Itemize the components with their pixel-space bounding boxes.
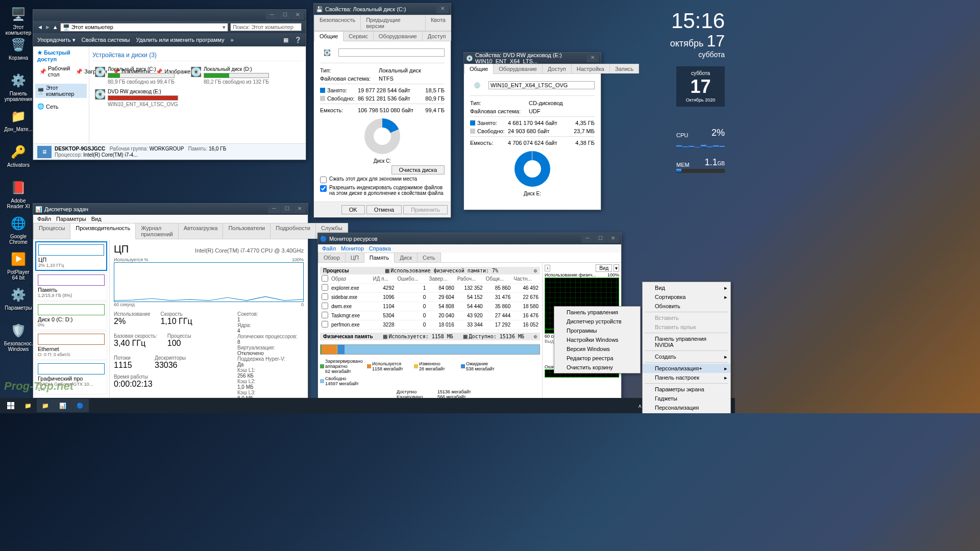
titlebar[interactable]: 💾Свойства: Локальный диск (C:)✕ xyxy=(314,4,451,15)
back-button[interactable]: ◄ xyxy=(37,24,43,30)
disk-name-input[interactable] xyxy=(338,48,445,57)
col-header[interactable]: Частн... xyxy=(512,274,540,284)
tab[interactable]: Обзор xyxy=(318,253,346,262)
start-button[interactable] xyxy=(2,399,19,412)
tab[interactable]: Общие xyxy=(464,64,494,74)
taskbar-resmon[interactable]: 🔵 xyxy=(71,399,89,412)
context-item[interactable]: Обновить xyxy=(643,302,730,311)
context-item[interactable]: Вид xyxy=(643,283,730,292)
col-header[interactable]: Общи... xyxy=(484,274,512,284)
close-button[interactable]: ✕ xyxy=(586,54,599,62)
menu-item[interactable]: Файл xyxy=(322,245,336,252)
context-item[interactable]: Программы xyxy=(554,326,640,335)
tab[interactable]: Автозагрузка xyxy=(178,223,224,239)
max-button[interactable]: ☐ xyxy=(594,235,606,243)
index-checkbox[interactable] xyxy=(320,185,327,192)
context-item[interactable]: Параметры экрана xyxy=(643,385,730,394)
disk-cleanup-button[interactable]: Очистка диска xyxy=(391,165,445,174)
tray-up-icon[interactable]: ⋏ xyxy=(638,403,642,409)
process-row[interactable]: Taskmgr.exe5304020 04043 92027 44416 476 xyxy=(320,311,540,320)
fwd-button[interactable]: ► xyxy=(45,24,51,30)
compress-checkbox[interactable] xyxy=(320,177,327,183)
toolbar-item[interactable]: Свойства системы xyxy=(82,37,130,43)
col-header[interactable]: Образ xyxy=(330,274,372,284)
menu-item[interactable]: Файл xyxy=(37,216,51,222)
sidebar-this-pc[interactable]: 🖥️Этот компьютер xyxy=(35,84,87,98)
tab[interactable]: Производительность xyxy=(70,223,136,239)
tab[interactable]: Журнал приложений xyxy=(135,223,179,239)
context-item[interactable]: Сортировка xyxy=(643,292,730,302)
processes-section[interactable]: Процессы▦ Использование физической памят… xyxy=(320,267,540,274)
max-button[interactable]: ☐ xyxy=(279,11,291,19)
apply-button[interactable]: Применить xyxy=(403,205,448,214)
taskbar-explorer-active[interactable]: 📁 xyxy=(37,399,54,412)
process-row[interactable]: perfmon.exe3228018 01633 34417 29216 052 xyxy=(320,320,540,330)
select-all[interactable] xyxy=(322,275,328,282)
tab[interactable]: Память xyxy=(364,253,395,263)
tab[interactable]: Процессы xyxy=(33,223,70,239)
desktop-icon[interactable]: 🗑️Корзина xyxy=(4,36,33,61)
close-button[interactable]: ✕ xyxy=(293,205,306,213)
context-item[interactable]: Версия Windows xyxy=(554,344,640,354)
tab[interactable]: Доступ xyxy=(422,31,452,41)
desktop-icon[interactable]: 🛡️Безопаснос... Windows xyxy=(4,321,33,352)
max-button[interactable]: ☐ xyxy=(281,205,293,213)
drive-item[interactable]: 💽Локальный диск (D:)80,2 ГБ свободно из … xyxy=(190,66,282,85)
col-header[interactable]: Ошибо... xyxy=(396,274,428,284)
context-item[interactable]: Персонализация+ xyxy=(643,364,730,373)
context-item[interactable]: Очистить корзину xyxy=(554,363,640,372)
context-item[interactable]: Настройки Windows xyxy=(554,335,640,344)
desktop-icon[interactable]: ⚙️Панель управления xyxy=(4,71,33,102)
toolbar-item[interactable]: Упорядочить ▾ xyxy=(37,37,76,43)
tab[interactable]: Безопасность xyxy=(314,15,361,31)
tab[interactable]: ЦП xyxy=(345,253,364,262)
menu-item[interactable]: Монитор xyxy=(341,245,364,252)
tab[interactable]: Оборудование xyxy=(373,31,423,41)
perf-card[interactable]: Диск 0 (C: D:)0% xyxy=(35,302,107,330)
menu-item[interactable]: Параметры xyxy=(56,216,86,222)
desktop-icon[interactable]: 🔑Activators xyxy=(4,143,33,168)
desktop-icon[interactable]: 🌐Google Chrome xyxy=(4,214,33,245)
close-button[interactable]: ✕ xyxy=(291,11,304,19)
taskbar-explorer[interactable]: 📁 xyxy=(19,399,37,412)
menu-item[interactable]: Справка xyxy=(369,245,391,252)
titlebar[interactable]: 🔵Монитор ресурсов─☐✕ xyxy=(318,233,621,244)
context-item[interactable]: Гаджеты xyxy=(643,394,730,403)
titlebar[interactable]: ─☐✕ xyxy=(33,10,306,21)
help-icon[interactable]: ❔ xyxy=(295,37,302,43)
context-item[interactable]: Создать xyxy=(643,352,730,361)
context-item[interactable]: Панель настроек xyxy=(643,373,730,382)
expand-icon[interactable]: › xyxy=(545,265,550,271)
drive-item[interactable]: 💽DVD RW дисковод (E:)WIN10_ENT_X64_LTSC_… xyxy=(94,89,186,107)
tab[interactable]: Пользователи xyxy=(223,223,271,239)
process-row[interactable]: dwm.exe1104054 80854 44035 86018 580 xyxy=(320,302,540,311)
sidebar-item[interactable]: 📌Рабочий стол xyxy=(37,64,72,79)
tab[interactable]: Квота xyxy=(425,15,451,31)
quick-access[interactable]: ★ Быстрый доступ xyxy=(35,48,87,63)
min-button[interactable]: ─ xyxy=(268,205,280,213)
desktop-icon[interactable]: 🖥️Этот компьютер xyxy=(4,5,33,36)
perf-card[interactable]: ЦП2% 1,10 ГГц xyxy=(35,241,107,271)
titlebar[interactable]: 💿Свойства: DVD RW дисковод (E:) WIN10_EN… xyxy=(464,53,601,64)
desktop-icon[interactable]: ▶️PotPlayer 64 bit xyxy=(4,250,33,281)
tab[interactable]: Сеть xyxy=(417,253,440,262)
tab[interactable]: Предыдущие версии xyxy=(360,15,426,31)
cancel-button[interactable]: Отмена xyxy=(366,205,402,214)
close-button[interactable]: ✕ xyxy=(436,5,449,13)
toolbar-item[interactable]: » xyxy=(230,37,233,43)
close-button[interactable]: ✕ xyxy=(607,235,619,243)
context-item[interactable]: Персонализация xyxy=(643,403,730,412)
tab[interactable]: Оборудование xyxy=(493,64,543,73)
tab[interactable]: Запись xyxy=(609,64,639,73)
col-header[interactable]: Завер... xyxy=(427,274,455,284)
perf-card[interactable]: EthernetО: 0 П: 0 кбит/с xyxy=(35,331,107,360)
col-header[interactable]: Рабоч... xyxy=(456,274,484,284)
min-button[interactable]: ─ xyxy=(581,235,594,243)
toolbar-item[interactable]: Удалить или изменить программу xyxy=(136,37,225,43)
sidebar-network[interactable]: 🌐Сеть xyxy=(35,102,87,111)
address-bar[interactable]: 🖥️Этот компьютер▾ xyxy=(60,23,228,32)
tab[interactable]: Настройка xyxy=(571,64,610,73)
view-dropdown[interactable]: Вид xyxy=(596,264,612,272)
titlebar[interactable]: 📊Диспетчер задач─☐✕ xyxy=(33,204,308,215)
col-header[interactable]: ИД п... xyxy=(372,274,396,284)
